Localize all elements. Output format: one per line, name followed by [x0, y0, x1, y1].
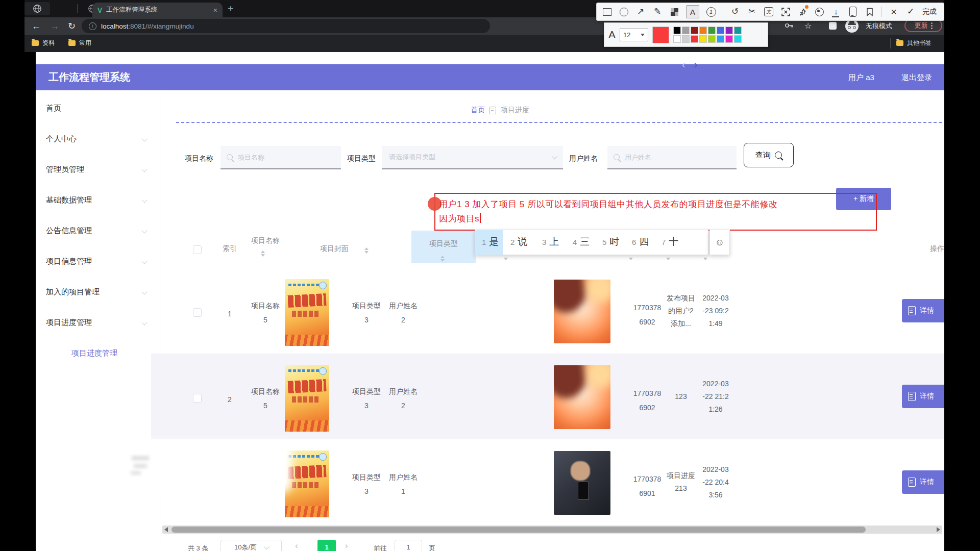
row-check box[interactable] [193, 394, 202, 404]
palette-color[interactable] [699, 27, 707, 34]
ime-candidate-5[interactable]: 5时 [602, 230, 619, 254]
confirm-icon[interactable]: ✓ [905, 6, 916, 17]
palette-color[interactable] [682, 27, 690, 34]
ime-emoji-icon[interactable]: ☺ [709, 230, 730, 255]
page-info-icon[interactable]: i [89, 22, 96, 30]
pinned-tab-1[interactable] [24, 2, 50, 15]
key-icon[interactable] [785, 22, 794, 29]
undo-icon[interactable]: ↺ [730, 6, 740, 17]
cut-icon[interactable]: ✂ [747, 6, 757, 17]
sort-icons[interactable] [440, 256, 445, 262]
next-page-button[interactable]: › [345, 541, 348, 551]
browser-menu-icon[interactable] [931, 22, 933, 29]
font-size-select[interactable]: 12 [620, 28, 648, 41]
step-number-tool-icon[interactable]: 1 [706, 6, 716, 17]
page-size-select[interactable]: 10条/页 [220, 540, 282, 551]
breadcrumb-home-link[interactable]: 首页 [471, 106, 485, 115]
select-all-checkbox[interactable] [193, 245, 202, 256]
palette-color[interactable] [708, 35, 716, 43]
prev-page-button[interactable]: ‹ [295, 541, 298, 551]
palette-color[interactable] [734, 35, 742, 43]
current-page-button[interactable]: 1 [317, 540, 336, 551]
ime-candidate-4[interactable]: 4三 [573, 230, 590, 254]
ime-candidate-1[interactable]: 1是 [482, 230, 499, 254]
row-checkbox[interactable] [193, 308, 202, 318]
ellipse-tool-icon[interactable] [619, 6, 629, 17]
sidebar-item-personal-center[interactable]: 个人中心 [36, 123, 160, 154]
palette-color[interactable] [717, 35, 724, 43]
mosaic-tool-icon[interactable] [669, 6, 679, 17]
sidebar-item-notice-mgmt[interactable]: 公告信息管理 [36, 215, 160, 246]
ime-candidate-7[interactable]: 7十 [662, 230, 678, 254]
col-header-type[interactable]: 项目类型 [411, 239, 476, 248]
detail-button[interactable]: 详情 [902, 385, 947, 408]
user-name-input[interactable] [624, 153, 730, 162]
phone-mirror-icon[interactable] [848, 6, 858, 17]
ime-candidate-3[interactable]: 3上 [542, 230, 559, 254]
palette-color[interactable] [673, 27, 681, 34]
sidebar-item-admin-mgmt[interactable]: 管理员管理 [36, 154, 160, 185]
ime-candidate-2[interactable]: 2说 [510, 230, 527, 254]
sidebar-item-project-progress-mgmt[interactable]: 项目进度管理 [36, 307, 160, 338]
sidebar-item-base-data-mgmt[interactable]: 基础数据管理 [36, 185, 160, 215]
bookmark-item-ziliao[interactable]: 资料 [32, 39, 55, 47]
palette-color[interactable] [699, 35, 707, 43]
palette-color[interactable] [734, 27, 742, 34]
table-row[interactable]: 1 项目名称5 项目类型3 用户姓名2 17703786902 发布项目的用户2… [151, 268, 944, 354]
ime-candidate-6[interactable]: 6四 [632, 230, 649, 254]
bookmark-flag-icon[interactable] [865, 6, 875, 17]
current-color-swatch[interactable] [652, 27, 669, 43]
sort-icons[interactable] [261, 251, 265, 257]
logout-link[interactable]: 退出登录 [901, 64, 932, 90]
query-button[interactable]: 查询 [744, 143, 794, 167]
incognito-avatar-icon[interactable] [845, 19, 859, 33]
ime-next-icon[interactable]: › [694, 52, 698, 77]
fullscreen-icon[interactable] [780, 6, 791, 17]
palette-color[interactable] [708, 27, 716, 34]
done-label[interactable]: 完成 [922, 7, 937, 16]
palette-color[interactable] [725, 27, 733, 34]
palette-color[interactable] [691, 35, 698, 43]
pin-icon[interactable] [797, 6, 807, 17]
active-tab[interactable]: V 工作流程管理系统 × [92, 3, 223, 17]
palette-color[interactable] [682, 35, 690, 43]
rect-tool-icon[interactable] [602, 6, 612, 17]
url-bar[interactable]: i localhost:8081/#/xiangmujindu [82, 19, 490, 33]
project-type-select[interactable]: 请选择项目类型 [382, 146, 563, 169]
pen-tool-icon[interactable]: ✎ [652, 6, 663, 17]
col-header-cover[interactable]: 项目封面 [306, 244, 362, 254]
translate-icon[interactable]: 文 [764, 6, 774, 17]
palette-color[interactable] [725, 35, 733, 43]
url-text[interactable]: localhost:8081/#/xiangmujindu [101, 22, 194, 30]
extension-icon[interactable] [829, 22, 837, 30]
col-header-name[interactable]: 项目名称 [237, 236, 293, 245]
scroll-left-icon[interactable] [164, 527, 168, 532]
palette-color[interactable] [717, 27, 724, 34]
ime-prev-icon[interactable]: ‹ [682, 52, 685, 77]
sidebar-item-home[interactable]: 首页 [36, 93, 160, 123]
new-tab-button[interactable]: + [228, 2, 234, 15]
project-name-input[interactable] [237, 153, 335, 162]
tab-close-icon[interactable]: × [213, 6, 217, 14]
palette-color[interactable] [673, 35, 681, 43]
bookmark-other-folder[interactable]: 其他书签 [896, 39, 932, 47]
sidebar-item-project-info-mgmt[interactable]: 项目信息管理 [36, 246, 160, 277]
table-row[interactable]: 2 项目名称5 项目类型3 用户姓名2 17703786902 123 2022… [151, 354, 944, 439]
sort-icons[interactable] [364, 247, 369, 254]
col-header-index[interactable]: 索引 [214, 244, 245, 254]
sidebar-subitem-project-progress-mgmt-active[interactable]: 项目进度管理 [36, 338, 160, 368]
scrollbar-thumb[interactable] [172, 527, 866, 533]
palette-color[interactable] [691, 27, 698, 34]
detail-button[interactable]: 详情 [902, 299, 947, 322]
bookmark-item-changyong[interactable]: 常用 [68, 39, 91, 47]
arrow-tool-icon[interactable]: ↗ [635, 6, 646, 17]
horizontal-scrollbar[interactable] [162, 525, 942, 534]
bookmark-star-icon[interactable]: ☆ [804, 19, 812, 33]
record-icon[interactable] [814, 6, 824, 17]
sidebar-item-joined-project-mgmt[interactable]: 加入的项目管理 [36, 277, 160, 307]
detail-button[interactable]: 详情 [902, 470, 947, 494]
goto-page-input[interactable]: 1 [395, 540, 422, 551]
cancel-icon[interactable]: × [889, 6, 899, 17]
back-icon[interactable]: ← [32, 19, 41, 33]
forward-icon[interactable]: → [50, 19, 59, 33]
